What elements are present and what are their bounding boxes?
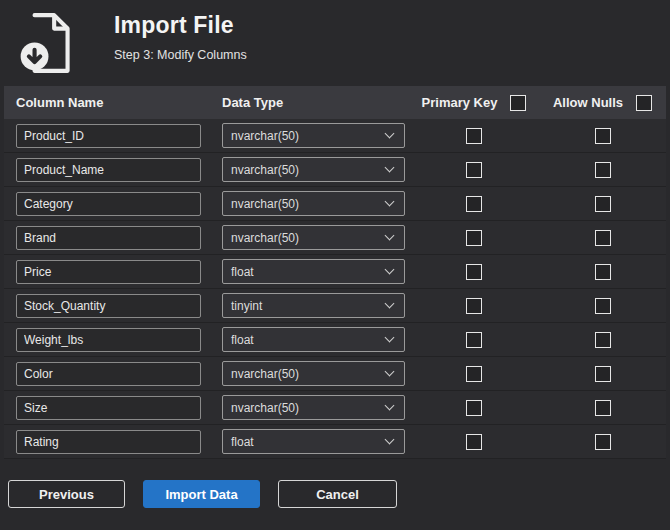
header-data-type: Data Type — [211, 95, 409, 110]
table-row: nvarchar(50) — [4, 221, 666, 255]
data-type-cell: float — [211, 429, 409, 454]
chevron-down-icon — [385, 129, 395, 139]
data-type-select[interactable]: nvarchar(50) — [222, 395, 405, 420]
primary-key-select-all-checkbox[interactable] — [510, 95, 526, 111]
allow-nulls-cell — [539, 264, 666, 280]
primary-key-cell — [409, 366, 539, 382]
column-name-input[interactable] — [16, 158, 201, 182]
allow-nulls-select-all-checkbox[interactable] — [636, 95, 652, 111]
allow-nulls-checkbox[interactable] — [595, 332, 611, 348]
table-row: nvarchar(50) — [4, 391, 666, 425]
column-name-input[interactable] — [16, 260, 201, 284]
table-row: float — [4, 425, 666, 459]
column-name-cell — [4, 362, 211, 386]
data-type-select[interactable]: nvarchar(50) — [222, 191, 405, 216]
header-primary-key: Primary Key — [409, 95, 539, 111]
allow-nulls-checkbox[interactable] — [595, 400, 611, 416]
column-name-cell — [4, 226, 211, 250]
data-type-select[interactable]: float — [222, 259, 405, 284]
primary-key-checkbox[interactable] — [466, 128, 482, 144]
column-name-input[interactable] — [16, 124, 201, 148]
header-allow-nulls: Allow Nulls — [539, 95, 666, 111]
primary-key-checkbox[interactable] — [466, 230, 482, 246]
data-type-value: nvarchar(50) — [223, 401, 299, 415]
primary-key-checkbox[interactable] — [466, 400, 482, 416]
column-name-input[interactable] — [16, 328, 201, 352]
allow-nulls-checkbox[interactable] — [595, 196, 611, 212]
primary-key-cell — [409, 298, 539, 314]
data-type-select[interactable]: float — [222, 327, 405, 352]
allow-nulls-checkbox[interactable] — [595, 162, 611, 178]
data-type-select[interactable]: nvarchar(50) — [222, 361, 405, 386]
import-file-icon — [16, 10, 82, 76]
table-row: float — [4, 255, 666, 289]
cancel-button[interactable]: Cancel — [278, 480, 397, 508]
data-type-value: nvarchar(50) — [223, 367, 299, 381]
primary-key-cell — [409, 400, 539, 416]
data-type-cell: nvarchar(50) — [211, 191, 409, 216]
page-title: Import File — [114, 12, 247, 39]
column-name-input[interactable] — [16, 430, 201, 454]
column-name-input[interactable] — [16, 362, 201, 386]
data-type-value: nvarchar(50) — [223, 231, 299, 245]
allow-nulls-cell — [539, 230, 666, 246]
column-name-cell — [4, 158, 211, 182]
primary-key-cell — [409, 128, 539, 144]
primary-key-checkbox[interactable] — [466, 196, 482, 212]
data-type-select[interactable]: float — [222, 429, 405, 454]
dialog-header: Import File Step 3: Modify Columns — [0, 0, 670, 86]
data-type-select[interactable]: tinyint — [222, 293, 405, 318]
data-type-cell: float — [211, 327, 409, 352]
primary-key-cell — [409, 162, 539, 178]
chevron-down-icon — [385, 299, 395, 309]
allow-nulls-cell — [539, 298, 666, 314]
chevron-down-icon — [385, 367, 395, 377]
data-type-select[interactable]: nvarchar(50) — [222, 225, 405, 250]
data-type-cell: nvarchar(50) — [211, 157, 409, 182]
primary-key-checkbox[interactable] — [466, 264, 482, 280]
data-type-cell: nvarchar(50) — [211, 361, 409, 386]
allow-nulls-cell — [539, 434, 666, 450]
table-row: nvarchar(50) — [4, 187, 666, 221]
footer-buttons: Previous Import Data Cancel — [0, 459, 670, 508]
primary-key-checkbox[interactable] — [466, 298, 482, 314]
chevron-down-icon — [385, 265, 395, 275]
data-type-cell: tinyint — [211, 293, 409, 318]
header-column-name: Column Name — [4, 95, 211, 110]
previous-button[interactable]: Previous — [8, 480, 125, 508]
primary-key-cell — [409, 230, 539, 246]
primary-key-checkbox[interactable] — [466, 332, 482, 348]
column-name-input[interactable] — [16, 294, 201, 318]
allow-nulls-checkbox[interactable] — [595, 434, 611, 450]
column-name-cell — [4, 260, 211, 284]
table-row: tinyint — [4, 289, 666, 323]
data-type-value: nvarchar(50) — [223, 129, 299, 143]
allow-nulls-cell — [539, 196, 666, 212]
step-subtitle: Step 3: Modify Columns — [114, 48, 247, 62]
allow-nulls-cell — [539, 128, 666, 144]
allow-nulls-cell — [539, 366, 666, 382]
data-type-select[interactable]: nvarchar(50) — [222, 157, 405, 182]
data-type-value: nvarchar(50) — [223, 163, 299, 177]
allow-nulls-checkbox[interactable] — [595, 366, 611, 382]
allow-nulls-checkbox[interactable] — [595, 128, 611, 144]
allow-nulls-checkbox[interactable] — [595, 298, 611, 314]
import-data-button[interactable]: Import Data — [143, 480, 260, 508]
chevron-down-icon — [385, 163, 395, 173]
data-type-cell: nvarchar(50) — [211, 225, 409, 250]
primary-key-cell — [409, 196, 539, 212]
chevron-down-icon — [385, 435, 395, 445]
primary-key-checkbox[interactable] — [466, 162, 482, 178]
data-type-cell: nvarchar(50) — [211, 395, 409, 420]
column-name-input[interactable] — [16, 192, 201, 216]
primary-key-cell — [409, 332, 539, 348]
column-name-input[interactable] — [16, 396, 201, 420]
primary-key-cell — [409, 434, 539, 450]
primary-key-checkbox[interactable] — [466, 366, 482, 382]
column-name-input[interactable] — [16, 226, 201, 250]
chevron-down-icon — [385, 231, 395, 241]
primary-key-checkbox[interactable] — [466, 434, 482, 450]
data-type-select[interactable]: nvarchar(50) — [222, 123, 405, 148]
allow-nulls-checkbox[interactable] — [595, 230, 611, 246]
allow-nulls-checkbox[interactable] — [595, 264, 611, 280]
